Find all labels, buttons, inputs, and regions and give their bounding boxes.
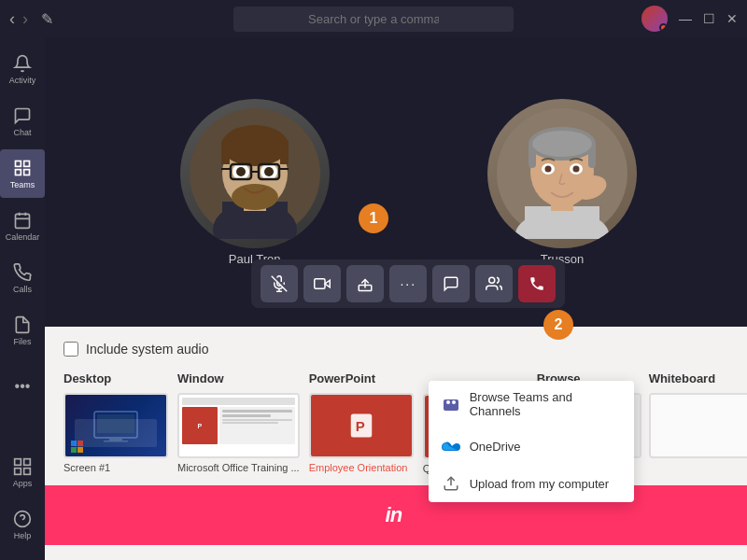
svg-rect-21 <box>280 141 289 164</box>
user-avatar[interactable] <box>641 6 668 32</box>
sidebar-label-calendar: Calendar <box>6 232 40 242</box>
sidebar-item-apps[interactable]: Apps <box>0 448 45 497</box>
call-controls: ··· <box>251 259 565 308</box>
powerpoint-title: PowerPoint <box>309 371 414 385</box>
video-button[interactable] <box>303 265 341 302</box>
upload-label: Upload from my computer <box>470 477 610 491</box>
sidebar-bottom: Apps Help <box>0 448 45 560</box>
search-input[interactable] <box>233 7 514 32</box>
invision-container: in <box>623 485 747 541</box>
browse-teams-label: Browse Teams and Channels <box>470 390 621 418</box>
browse-upload[interactable]: Upload from my computer <box>429 465 634 502</box>
sidebar-item-activity[interactable]: Activity <box>0 45 45 93</box>
svg-rect-4 <box>16 214 30 228</box>
sidebar-item-help[interactable]: Help <box>0 500 45 549</box>
nav-controls: ‹ › ✎ <box>9 9 53 29</box>
svg-point-26 <box>264 167 274 176</box>
svg-rect-10 <box>15 468 21 474</box>
share-screen-button[interactable] <box>346 265 384 302</box>
svg-rect-56 <box>109 438 122 441</box>
end-call-button[interactable] <box>518 265 556 302</box>
sidebar-item-teams[interactable]: Teams <box>0 149 45 198</box>
svg-rect-1 <box>24 161 30 166</box>
svg-rect-11 <box>24 468 31 474</box>
svg-text:P: P <box>355 418 364 434</box>
whiteboard-section: Whiteboard <box>649 371 747 458</box>
svg-point-51 <box>544 165 551 172</box>
svg-rect-2 <box>16 169 21 175</box>
window-thumbnail[interactable]: P <box>177 393 300 458</box>
whiteboard-thumbnail[interactable] <box>649 393 747 458</box>
svg-rect-9 <box>24 458 31 465</box>
svg-rect-71 <box>444 399 458 411</box>
share-panel: Include system audio Desktop <box>45 327 747 560</box>
include-audio-checkbox[interactable] <box>63 342 78 357</box>
sidebar-more[interactable]: ••• <box>0 362 45 411</box>
window-title: Window <box>177 371 300 385</box>
include-audio-label[interactable]: Include system audio <box>86 342 209 357</box>
svg-rect-3 <box>24 169 30 175</box>
share-options-grid: Desktop <box>63 371 747 474</box>
whiteboard-title: Whiteboard <box>649 371 747 385</box>
svg-point-19 <box>221 125 289 166</box>
share-category-desktop: Desktop <box>63 371 168 474</box>
share-category-window: Window P <box>177 371 300 474</box>
svg-point-72 <box>446 400 450 404</box>
sidebar-label-teams: Teams <box>10 180 35 189</box>
titlebar: ‹ › ✎ — ☐ ✕ <box>0 0 747 37</box>
mute-button[interactable] <box>261 265 298 302</box>
browse-onedrive[interactable]: OneDrive <box>429 427 634 465</box>
maximize-button[interactable]: ☐ <box>703 11 715 26</box>
window-thumb-content: P <box>179 395 298 456</box>
sidebar-label-apps: Apps <box>13 479 33 488</box>
window-item-name: Microsoft Office Training ... <box>177 462 300 473</box>
svg-point-52 <box>572 165 579 172</box>
sidebar-item-chat[interactable]: Chat <box>0 97 45 146</box>
upload-icon <box>442 474 460 493</box>
sidebar-label-calls: Calls <box>13 285 32 294</box>
window-controls: — ☐ ✕ <box>641 6 738 32</box>
edit-icon[interactable]: ✎ <box>41 10 53 28</box>
participant1-avatar <box>180 99 330 248</box>
close-button[interactable]: ✕ <box>726 11 738 26</box>
chat-button[interactable] <box>432 265 470 302</box>
svg-rect-36 <box>315 279 325 289</box>
powerpoint-thumbnail[interactable]: P <box>309 393 414 458</box>
desktop-thumb-content <box>65 395 166 456</box>
svg-point-25 <box>236 167 246 176</box>
svg-rect-55 <box>97 414 134 433</box>
sidebar-item-calendar[interactable]: Calendar <box>0 202 45 250</box>
participant2-avatar <box>487 99 637 248</box>
svg-marker-35 <box>325 280 330 287</box>
sidebar-item-files[interactable]: Files <box>0 306 45 355</box>
onedrive-label: OneDrive <box>470 440 521 454</box>
svg-rect-20 <box>221 141 230 164</box>
desktop-thumbnail[interactable] <box>63 393 168 458</box>
svg-point-22 <box>232 184 278 210</box>
participant1-container: Paul Tron <box>180 99 330 266</box>
svg-rect-57 <box>104 441 128 442</box>
browse-teams-channels[interactable]: Browse Teams and Channels <box>429 381 634 427</box>
minimize-button[interactable]: — <box>679 11 692 26</box>
desktop-title: Desktop <box>63 371 168 385</box>
teams-icon <box>442 395 460 413</box>
main-content: Paul Tron <box>45 37 747 560</box>
invision-label: in <box>386 503 402 527</box>
invision-button[interactable]: in <box>45 485 747 545</box>
sidebar-label-chat: Chat <box>13 128 31 137</box>
back-button[interactable]: ‹ <box>9 9 15 29</box>
more-options-button[interactable]: ··· <box>389 265 427 302</box>
participants-button[interactable] <box>475 265 513 302</box>
app-layout: Activity Chat Teams Calendar Calls Files… <box>0 37 747 560</box>
include-audio-row: Include system audio <box>63 342 747 357</box>
participant2-container: Trusson <box>487 99 637 266</box>
forward-button[interactable]: › <box>22 9 28 29</box>
browse-dropdown: Browse Teams and Channels OneDrive <box>429 381 634 502</box>
sidebar-label-files: Files <box>13 337 31 346</box>
onedrive-icon <box>442 437 460 455</box>
desktop-item-name: Screen #1 <box>63 462 168 473</box>
svg-rect-42 <box>525 206 599 239</box>
step-1-indicator: 1 <box>359 203 388 233</box>
sidebar: Activity Chat Teams Calendar Calls Files… <box>0 37 45 560</box>
sidebar-item-calls[interactable]: Calls <box>0 254 45 302</box>
